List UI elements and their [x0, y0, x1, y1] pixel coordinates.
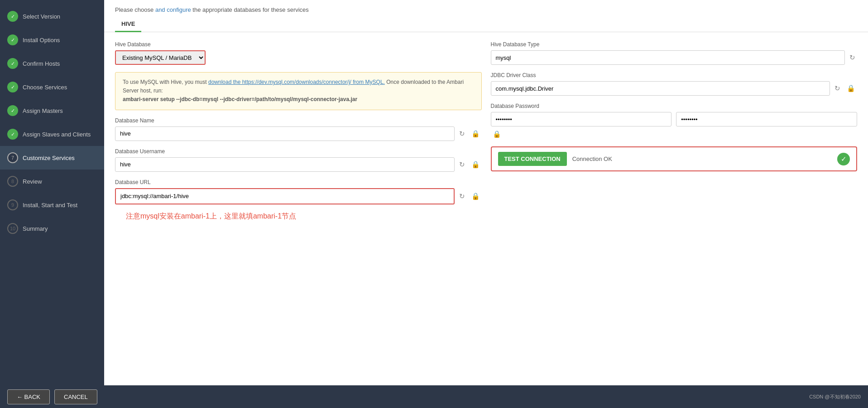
footer: ← BACK CANCEL CSDN @不知初春2020 — [0, 385, 868, 408]
hive-database-label: Hive Database — [115, 41, 482, 48]
annotation-text: 注意mysql安装在ambari-1上，这里就填ambari-1节点 — [115, 212, 482, 221]
jdbc-driver-row: ↻ 🔒 — [491, 81, 858, 96]
connection-ok-icon: ✓ — [837, 153, 850, 165]
sidebar-item-customize-services[interactable]: 7Customize Services — [0, 146, 104, 170]
step-indicator-choose-services: ✓ — [7, 82, 18, 92]
sidebar-item-assign-masters[interactable]: ✓Assign Masters — [0, 99, 104, 122]
hive-db-type-label: Hive Database Type — [491, 41, 858, 48]
hive-db-type-input[interactable] — [491, 50, 845, 65]
step-indicator-install-start-test: 9 — [7, 199, 18, 210]
sidebar-label-choose-services: Choose Services — [23, 84, 67, 91]
sidebar-label-assign-slaves: Assign Slaves and Clients — [23, 131, 91, 138]
form-grid: Hive Database Existing MySQL / MariaDB T… — [115, 41, 857, 221]
sidebar-label-summary: Summary — [23, 225, 48, 232]
tab-hive[interactable]: HIVE — [115, 17, 141, 32]
db-name-input[interactable] — [115, 126, 455, 141]
db-url-input[interactable] — [116, 189, 452, 204]
db-username-row: ↻ 🔒 — [115, 157, 482, 172]
step-indicator-confirm-hosts: ✓ — [7, 58, 18, 69]
hive-database-select-wrapper: Existing MySQL / MariaDB — [115, 50, 482, 65]
back-button[interactable]: ← BACK — [7, 389, 50, 404]
db-password-input1[interactable] — [491, 112, 672, 126]
hive-database-group: Hive Database Existing MySQL / MariaDB — [115, 41, 482, 65]
db-username-group: Database Username ↻ 🔒 — [115, 148, 482, 172]
alert-text1: To use MySQL with Hive, you must — [123, 79, 208, 85]
sidebar-item-install-options[interactable]: ✓Install Options — [0, 28, 104, 52]
db-url-refresh-btn[interactable]: ↻ — [457, 191, 467, 201]
test-connection-button[interactable]: TEST CONNECTION — [498, 152, 567, 166]
sidebar-item-assign-slaves[interactable]: ✓Assign Slaves and Clients — [0, 122, 104, 146]
sidebar-label-assign-masters: Assign Masters — [23, 107, 63, 114]
sidebar-item-choose-services[interactable]: ✓Choose Services — [0, 75, 104, 99]
sidebar-item-summary[interactable]: 10Summary — [0, 217, 104, 240]
db-url-row: ↻ 🔒 — [115, 188, 482, 204]
db-url-box — [115, 188, 455, 204]
jdbc-driver-refresh-btn[interactable]: ↻ — [833, 83, 842, 93]
password-lock-btn[interactable]: 🔒 — [491, 129, 503, 139]
jdbc-driver-lock-btn[interactable]: 🔒 — [845, 83, 857, 93]
right-column: Hive Database Type ↻ JDBC Driver Class ↻… — [491, 41, 858, 221]
header-link[interactable]: and configure — [155, 6, 191, 13]
sidebar-label-review: Review — [23, 178, 42, 185]
db-username-label: Database Username — [115, 148, 482, 155]
db-url-label: Database URL — [115, 179, 482, 185]
db-name-label: Database Name — [115, 117, 482, 124]
db-password-label: Database Password — [491, 103, 858, 109]
step-indicator-review: 8 — [7, 176, 18, 187]
sidebar: ✓Select Version✓Install Options✓Confirm … — [0, 0, 104, 385]
step-indicator-assign-masters: ✓ — [7, 105, 18, 116]
content-area: Please choose and configure the appropri… — [104, 0, 868, 385]
sidebar-label-install-start-test: Install, Start and Test — [23, 202, 77, 209]
header-description2: the appropriate databases for these serv… — [192, 6, 309, 13]
header-description: Please choose — [115, 6, 153, 13]
sidebar-label-install-options: Install Options — [23, 37, 60, 44]
db-username-refresh-btn[interactable]: ↻ — [457, 160, 467, 170]
db-name-refresh-btn[interactable]: ↻ — [457, 129, 467, 139]
hive-db-type-refresh-btn[interactable]: ↻ — [848, 53, 857, 63]
form-section: Hive Database Existing MySQL / MariaDB T… — [104, 32, 868, 385]
sidebar-item-confirm-hosts[interactable]: ✓Confirm Hosts — [0, 52, 104, 75]
sidebar-label-customize-services: Customize Services — [23, 155, 75, 161]
sidebar-item-install-start-test[interactable]: 9Install, Start and Test — [0, 193, 104, 217]
db-name-lock-btn[interactable]: 🔒 — [470, 129, 482, 139]
db-name-row: ↻ 🔒 — [115, 126, 482, 141]
alert-command: ambari-server setup --jdbc-db=mysql --jd… — [123, 96, 357, 102]
alert-link[interactable]: download the https://dev.mysql.com/downl… — [208, 79, 385, 85]
hive-db-type-group: Hive Database Type ↻ — [491, 41, 858, 65]
hive-db-type-row: ↻ — [491, 50, 858, 65]
tab-bar: HIVE — [104, 13, 868, 32]
jdbc-driver-label: JDBC Driver Class — [491, 72, 858, 78]
step-indicator-customize-services: 7 — [7, 152, 18, 163]
step-indicator-install-options: ✓ — [7, 34, 18, 45]
content-header: Please choose and configure the appropri… — [104, 0, 868, 13]
cancel-button[interactable]: CANCEL — [54, 389, 97, 404]
sidebar-label-select-version: Select Version — [23, 13, 60, 20]
step-indicator-summary: 10 — [7, 223, 18, 234]
password-row — [491, 112, 858, 126]
mysql-alert: To use MySQL with Hive, you must downloa… — [115, 72, 482, 110]
step-indicator-select-version: ✓ — [7, 11, 18, 22]
db-name-group: Database Name ↻ 🔒 — [115, 117, 482, 141]
sidebar-item-select-version[interactable]: ✓Select Version — [0, 5, 104, 28]
sidebar-item-review[interactable]: 8Review — [0, 170, 104, 193]
db-url-lock-btn[interactable]: 🔒 — [470, 191, 482, 201]
connection-ok-label: Connection OK — [572, 155, 612, 162]
sidebar-label-confirm-hosts: Confirm Hosts — [23, 60, 60, 67]
jdbc-driver-input[interactable] — [491, 81, 830, 96]
jdbc-driver-group: JDBC Driver Class ↻ 🔒 — [491, 72, 858, 96]
test-connection-box: TEST CONNECTION Connection OK ✓ — [491, 146, 858, 171]
db-username-input[interactable] — [115, 157, 455, 172]
footer-watermark: CSDN @不知初春2020 — [809, 393, 861, 400]
step-indicator-assign-slaves: ✓ — [7, 129, 18, 140]
left-column: Hive Database Existing MySQL / MariaDB T… — [115, 41, 482, 221]
db-password-input2[interactable] — [676, 112, 857, 126]
footer-left: ← BACK CANCEL — [7, 389, 97, 404]
db-url-group: Database URL ↻ 🔒 — [115, 179, 482, 204]
db-password-group: Database Password 🔒 — [491, 103, 858, 139]
hive-database-select[interactable]: Existing MySQL / MariaDB — [115, 50, 206, 65]
db-username-lock-btn[interactable]: 🔒 — [470, 160, 482, 170]
